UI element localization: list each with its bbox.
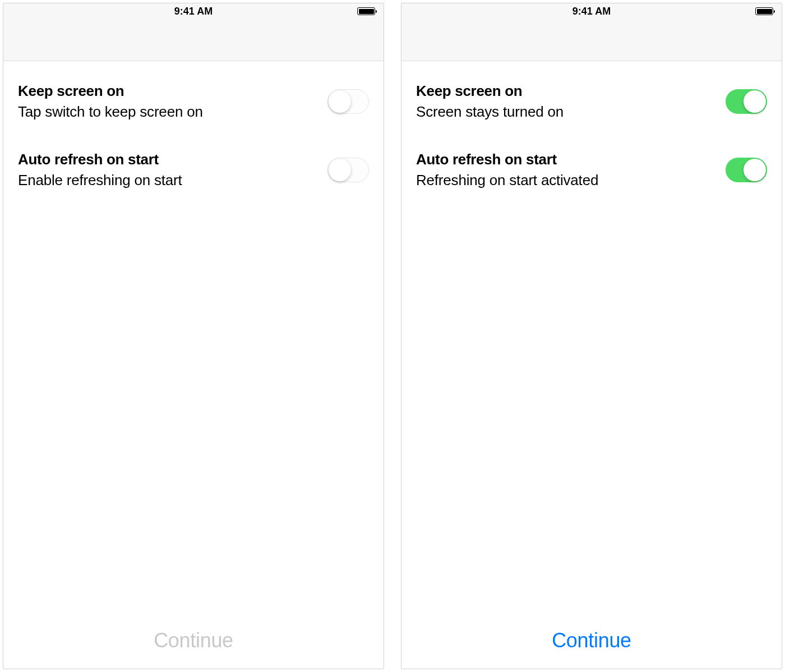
nav-bar (401, 19, 782, 61)
setting-auto-refresh: Auto refresh on start Refreshing on star… (416, 151, 767, 189)
setting-keep-screen-on: Keep screen on Tap switch to keep screen… (18, 82, 369, 121)
footer: Continue (3, 613, 384, 669)
battery-icon (755, 7, 775, 15)
toggle-auto-refresh[interactable] (327, 158, 369, 182)
setting-keep-screen-on: Keep screen on Screen stays turned on (416, 82, 767, 121)
nav-bar (3, 19, 384, 61)
toggle-knob (329, 90, 351, 113)
footer: Continue (401, 613, 782, 669)
setting-text: Keep screen on Screen stays turned on (416, 82, 726, 121)
setting-subtitle: Screen stays turned on (416, 103, 726, 121)
status-time: 9:41 AM (572, 6, 611, 17)
setting-text: Keep screen on Tap switch to keep screen… (18, 82, 327, 121)
setting-subtitle: Tap switch to keep screen on (18, 103, 327, 121)
status-bar: 9:41 AM (401, 3, 782, 19)
continue-button[interactable]: Continue (552, 629, 631, 652)
setting-text: Auto refresh on start Refreshing on star… (416, 151, 726, 189)
setting-auto-refresh: Auto refresh on start Enable refreshing … (18, 151, 369, 189)
setting-title: Keep screen on (18, 82, 327, 100)
setting-title: Auto refresh on start (416, 151, 726, 168)
content-area: Keep screen on Screen stays turned on Au… (401, 61, 782, 613)
content-area: Keep screen on Tap switch to keep screen… (3, 61, 384, 613)
toggle-auto-refresh[interactable] (726, 158, 767, 182)
setting-title: Auto refresh on start (18, 151, 327, 168)
setting-title: Keep screen on (416, 82, 726, 100)
continue-button[interactable]: Continue (154, 629, 233, 652)
toggle-keep-screen-on[interactable] (327, 89, 369, 114)
status-time: 9:41 AM (174, 6, 213, 17)
toggle-knob (329, 159, 351, 181)
battery-icon (357, 7, 377, 15)
setting-text: Auto refresh on start Enable refreshing … (18, 151, 327, 189)
phone-screen-left: 9:41 AM Keep screen on Tap switch to kee… (3, 3, 384, 669)
phone-screen-right: 9:41 AM Keep screen on Screen stays turn… (401, 3, 782, 669)
toggle-keep-screen-on[interactable] (726, 89, 767, 114)
setting-subtitle: Refreshing on start activated (416, 172, 726, 189)
status-bar: 9:41 AM (3, 3, 384, 19)
setting-subtitle: Enable refreshing on start (18, 172, 327, 189)
toggle-knob (744, 159, 766, 181)
toggle-knob (744, 90, 766, 113)
